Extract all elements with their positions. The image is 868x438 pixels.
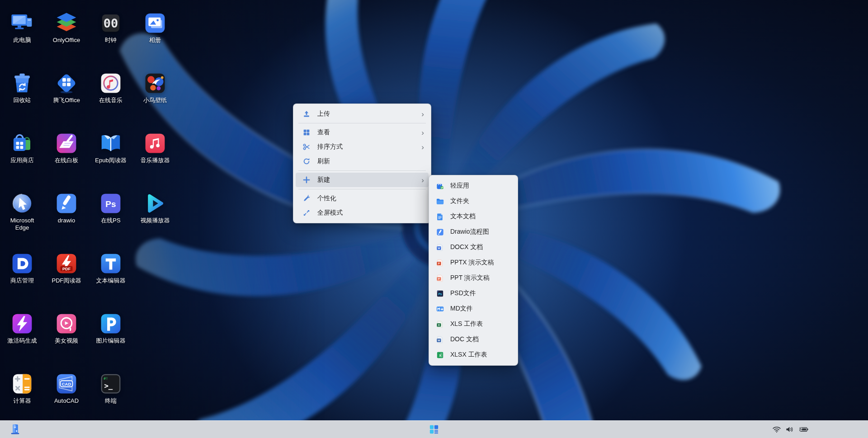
new-item-psd[interactable]: Ps PSD文件 <box>431 286 515 301</box>
desktop-icon-label: PDF阅读器 <box>52 277 81 284</box>
menu-item-sort[interactable]: 排序方式 › <box>296 140 429 154</box>
desktop-icon-label: 腾飞Office <box>53 97 80 104</box>
desktop-icon-label: 文本编辑器 <box>96 277 126 284</box>
new-item-md[interactable]: MD文件 <box>431 301 515 316</box>
desktop-icon-online-music[interactable]: 在线音乐 <box>89 71 133 104</box>
desktop-icon-label: 商店管理 <box>10 277 34 284</box>
pptx-icon: P <box>436 259 444 267</box>
svg-text:P: P <box>438 262 440 265</box>
desktop-icon-album[interactable]: 相册 <box>133 11 177 44</box>
desktop-icon-label: 相册 <box>149 37 161 44</box>
autocad-icon: CAD <box>54 372 79 396</box>
desktop-icon-activation-code[interactable]: 激活码生成 <box>0 311 44 344</box>
desktop-icon-pdf-reader[interactable]: PDF PDF阅读器 <box>44 251 89 284</box>
album-icon <box>143 11 167 35</box>
desktop-icon-label: 在线白板 <box>55 157 78 164</box>
desktop-icon-tengfei-office[interactable]: 腾飞Office <box>44 71 89 104</box>
psd-icon: Ps <box>436 289 444 298</box>
desktop-icon-video-player[interactable]: 视频播放器 <box>133 191 177 224</box>
chevron-right-icon: › <box>421 143 424 151</box>
menu-item-label: 上传 <box>317 110 418 118</box>
desktop-icon-this-pc[interactable]: 此电脑 <box>0 11 44 44</box>
desktop-icon-clock[interactable]: 00 时钟 <box>89 11 133 44</box>
svg-text:W: W <box>438 246 440 250</box>
desktop-icon-edge[interactable]: Microsoft Edge <box>0 191 44 231</box>
desktop-icon-image-editor[interactable]: 图片编辑器 <box>89 311 133 344</box>
taskbar[interactable] <box>0 420 868 438</box>
desktop-icon-recycle-bin[interactable]: 回收站 <box>0 71 44 104</box>
calculator-icon <box>10 372 34 396</box>
submenu-item-label: 轻应用 <box>450 182 469 190</box>
new-item-pptx[interactable]: P PPTX 演示文稿 <box>431 255 515 270</box>
desktop-icon-label: AutoCAD <box>54 397 79 405</box>
svg-text:X: X <box>439 353 441 357</box>
this-pc-icon <box>10 11 34 35</box>
desktop-icon-beauty-video[interactable]: 美女视频 <box>44 311 89 344</box>
desktop-icon-whiteboard[interactable]: 在线白板 <box>44 131 89 164</box>
menu-item-personalize[interactable]: 个性化 <box>296 191 429 206</box>
new-item-docx[interactable]: W DOCX 文档 <box>431 240 515 255</box>
new-item-doc[interactable]: W DOC 文档 <box>431 332 515 347</box>
clock-icon: 00 <box>99 11 123 35</box>
new-item-xls[interactable]: X XLS 工作表 <box>431 316 515 332</box>
svg-text:PDF: PDF <box>62 267 71 271</box>
svg-text:>_: >_ <box>104 381 113 390</box>
taskbar-start-button[interactable] <box>7 423 23 437</box>
svg-text:Ps: Ps <box>105 199 116 209</box>
new-item-folder[interactable]: 文件夹 <box>431 193 515 209</box>
menu-item-label: 刷新 <box>317 157 424 165</box>
desktop-icon-drawio[interactable]: drawio <box>44 191 89 224</box>
svg-text:P: P <box>438 277 440 280</box>
chevron-right-icon: › <box>421 110 424 118</box>
desktop-icon-autocad[interactable]: CAD AutoCAD <box>44 372 89 405</box>
new-item-xlsx[interactable]: X XLSX 工作表 <box>431 347 515 363</box>
desktop-icon-bird-wallpaper[interactable]: 小鸟壁纸 <box>133 71 177 104</box>
submenu-item-label: PPTX 演示文稿 <box>450 259 494 267</box>
fullscreen-icon <box>302 209 311 217</box>
menu-item-new[interactable]: 新建 › <box>296 173 429 187</box>
desktop-icon-app-store[interactable]: 应用商店 <box>0 131 44 164</box>
desktop-icon-label: 终端 <box>105 397 117 405</box>
desktop-icon-label: 计算器 <box>14 397 31 405</box>
view-grid-icon <box>302 128 311 137</box>
taskbar-launcher-button[interactable] <box>427 423 442 436</box>
sort-scissors-icon <box>302 143 311 151</box>
submenu-item-label: 文本文档 <box>450 212 476 221</box>
menu-item-refresh[interactable]: 刷新 <box>296 154 429 169</box>
music-player-icon <box>143 131 167 155</box>
menu-item-upload[interactable]: 上传 › <box>296 107 429 121</box>
light-app-icon <box>436 182 444 190</box>
menu-item-label: 新建 <box>317 176 418 184</box>
desktop-icon-label: 应用商店 <box>10 157 34 164</box>
docx-icon: W <box>436 243 444 252</box>
desktop-icon-music-player[interactable]: 音乐播放器 <box>133 131 177 164</box>
new-plus-icon <box>302 176 311 184</box>
upload-icon <box>302 110 311 118</box>
volume-icon[interactable] <box>785 425 794 434</box>
desktop-icon-onlyoffice[interactable]: OnlyOffice <box>44 11 89 44</box>
wifi-icon[interactable] <box>772 425 781 434</box>
new-item-light-app[interactable]: 轻应用 <box>431 178 515 193</box>
desktop-icon-terminal[interactable]: #!>_ 终端 <box>89 372 133 405</box>
bird-wallpaper-icon <box>143 71 167 95</box>
video-player-icon <box>143 191 167 216</box>
desktop-icon-online-ps[interactable]: Ps 在线PS <box>89 191 133 224</box>
menu-item-fullscreen[interactable]: 全屏模式 <box>296 206 429 220</box>
new-item-drawio-flow[interactable]: Drawio流程图 <box>431 224 515 240</box>
desktop-icon-store-manage[interactable]: 商店管理 <box>0 251 44 284</box>
text-editor-icon <box>99 251 123 276</box>
new-item-ppt[interactable]: P PPT 演示文稿 <box>431 270 515 286</box>
desktop-icon-label: 在线PS <box>101 217 120 224</box>
menu-item-view[interactable]: 查看 › <box>296 125 429 140</box>
battery-charging-icon[interactable] <box>798 425 809 434</box>
desktop-icon-label: 时钟 <box>105 37 117 44</box>
desktop-icon-calculator[interactable]: 计算器 <box>0 372 44 405</box>
recycle-bin-icon <box>10 71 34 95</box>
new-item-text-doc[interactable]: 文本文档 <box>431 209 515 224</box>
desktop-icon-epub-reader[interactable]: Epub阅读器 <box>89 131 133 164</box>
pdf-reader-icon: PDF <box>54 251 79 276</box>
menu-item-label: 全屏模式 <box>317 209 424 217</box>
personalize-icon <box>302 194 311 203</box>
svg-text:W: W <box>438 339 440 342</box>
desktop-icon-text-editor[interactable]: 文本编辑器 <box>89 251 133 284</box>
